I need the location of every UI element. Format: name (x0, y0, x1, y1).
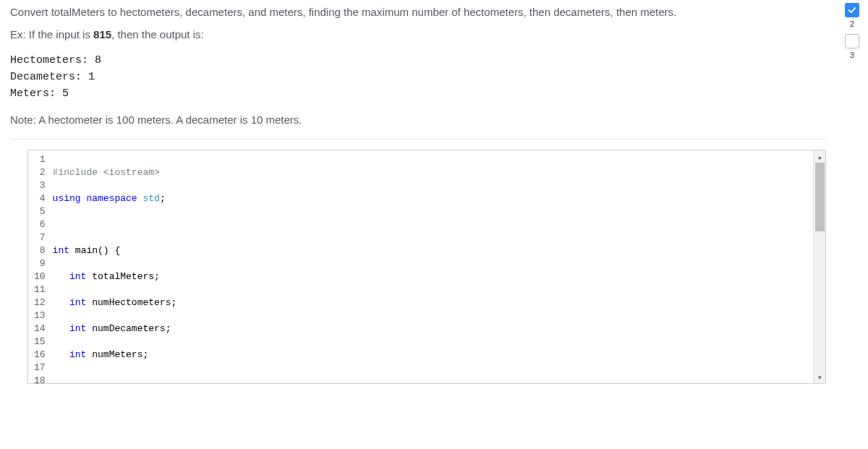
line-number: 4 (34, 192, 46, 205)
output-line-1: Hectometers: 8 (10, 52, 826, 69)
example-input-value: 815 (93, 28, 111, 40)
code-token: () (98, 245, 109, 256)
output-line-2: Decameters: 1 (10, 69, 826, 85)
line-number: 3 (34, 179, 46, 192)
line-number: 17 (34, 362, 46, 375)
example-prefix: Ex: If the input is (10, 28, 93, 40)
code-token: int (69, 297, 86, 308)
line-number: 9 (34, 257, 46, 270)
separator (10, 139, 826, 140)
code-token: main (75, 245, 98, 256)
note-text: Note: A hectometer is 100 meters. A deca… (10, 114, 826, 126)
line-number: 10 (34, 270, 46, 283)
code-token: { (109, 245, 121, 256)
scroll-thumb[interactable] (815, 163, 825, 231)
line-number: 13 (34, 309, 46, 322)
code-token: totalMeters; (86, 271, 159, 282)
code-token: numDecameters; (86, 323, 171, 334)
scrollbar[interactable]: ▴ ▾ (813, 150, 825, 383)
line-number: 8 (34, 244, 46, 257)
step-number: 2 (850, 20, 854, 28)
line-number: 6 (34, 218, 46, 231)
line-number: 12 (34, 296, 46, 309)
step-indicator-2[interactable]: 2 (841, 3, 863, 28)
empty-box-icon (845, 34, 859, 48)
code-token: namespace (86, 193, 137, 204)
line-number: 15 (34, 335, 46, 348)
step-indicator-3[interactable]: 3 (841, 34, 863, 59)
scroll-up-arrow-icon[interactable]: ▴ (814, 150, 826, 163)
right-panel: 2 3 (836, 0, 868, 449)
code-token: std (142, 193, 159, 204)
line-number: 16 (34, 348, 46, 362)
check-icon (845, 3, 859, 17)
code-token: int (69, 271, 86, 282)
line-number: 1 (34, 153, 46, 166)
line-number: 7 (34, 231, 46, 244)
code-token: numHectometers; (86, 297, 176, 308)
example-intro: Ex: If the input is 815, then the output… (10, 28, 826, 40)
code-token: #include <iostream> (53, 167, 160, 178)
code-body[interactable]: #include <iostream> using namespace std;… (50, 150, 813, 383)
example-output: Hectometers: 8 Decameters: 1 Meters: 5 (10, 52, 826, 103)
line-number: 18 (34, 375, 46, 384)
code-token: int (69, 349, 86, 360)
instruction-text: Convert totalMeters to hectometers, deca… (10, 4, 826, 21)
line-number: 2 (34, 166, 46, 179)
main-content: Convert totalMeters to hectometers, deca… (0, 0, 836, 449)
code-token: using (53, 193, 81, 204)
code-token: int (69, 323, 86, 334)
line-number: 5 (34, 205, 46, 218)
line-number: 14 (34, 322, 46, 335)
code-token: int (53, 245, 69, 256)
step-number: 3 (850, 51, 854, 59)
line-number: 11 (34, 283, 46, 296)
line-gutter: 1 2 3 4 5 6 7 8 9 10 11 12 13 14 15 16 1… (28, 150, 50, 383)
scroll-down-arrow-icon[interactable]: ▾ (814, 371, 826, 383)
code-editor[interactable]: 1 2 3 4 5 6 7 8 9 10 11 12 13 14 15 16 1… (27, 150, 826, 384)
output-line-3: Meters: 5 (10, 85, 826, 102)
code-token: numMeters; (86, 349, 148, 360)
code-token: ; (160, 193, 166, 204)
example-suffix: , then the output is: (111, 28, 204, 40)
